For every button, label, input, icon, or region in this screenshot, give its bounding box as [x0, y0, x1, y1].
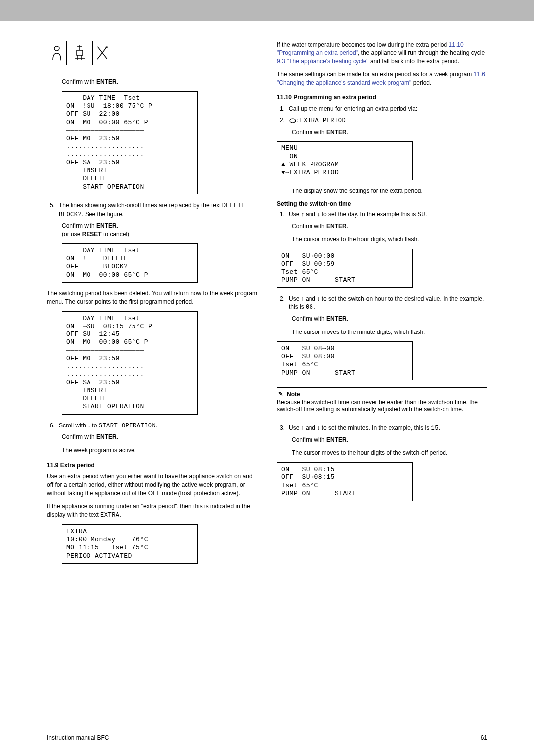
note-head: ✎ Note [277, 391, 487, 398]
header-bar [0, 0, 534, 21]
step-5: 5. The lines showing switch-on/off times… [47, 201, 257, 219]
rotate-icon [289, 118, 297, 124]
display-box-7: ON SU 08→00 OFF SU 08:00 Tset 65°C PUMP … [277, 341, 413, 380]
step-text: Call up the menu for entering an extra p… [289, 105, 487, 113]
svg-point-11 [290, 119, 296, 123]
setting-switch-on: Setting the switch-on time [277, 200, 487, 207]
left-column: 1 G Confirm with ENTER. DAY TIME Tset ON… [47, 41, 257, 570]
confirm-text-3: Confirm with ENTER. [47, 433, 257, 441]
step-text: Use ↑ and ↓ to set the minutes. In the e… [289, 424, 487, 433]
r-confirm-3: Confirm with ENTER. [277, 315, 487, 323]
svg-rect-4 [77, 50, 83, 55]
step-text: : EXTRA PERIOD [289, 116, 487, 125]
display-box-6: ON SU→00:00 OFF SU 00:59 Tset 65°C PUMP … [277, 249, 413, 288]
step-number: 1. [277, 210, 289, 219]
after-delete-text: The switching period has been deleted. Y… [47, 289, 257, 306]
step-text: Scroll with ↓ to START OPERATION. [59, 422, 257, 430]
r-confirm-1: Confirm with ENTER. [277, 128, 487, 137]
step-6: 6. Scroll with ↓ to START OPERATION. [47, 422, 257, 430]
step-text: The lines showing switch-on/off times ar… [59, 201, 257, 219]
heading-11-10: 11.10 Programming an extra period [277, 94, 487, 101]
display-box-3: DAY TIME Tset ON →SU 08:15 75°C P OFF SU… [62, 311, 198, 415]
step-number: 3. [277, 424, 289, 433]
cross-icon: G [92, 41, 112, 65]
note-icon: ✎ [277, 391, 284, 398]
step-number: 6. [47, 422, 59, 430]
sw-step-2: 2. Use ↑ and ↓ to set the switch-on hour… [277, 295, 487, 312]
cursor-min-text: The cursor moves to the minute digits, w… [277, 328, 487, 336]
heading-11-9: 11.9 Extra period [47, 462, 257, 469]
display-box-2: DAY TIME Tset ON ! DELETE OFF BLOCK? ON … [62, 243, 198, 283]
footer-left: Instruction manual BFC [47, 734, 109, 741]
p-11-9-b: If the appliance is running under an "ex… [47, 502, 257, 520]
svg-text:1: 1 [60, 58, 62, 62]
step-number: 2. [277, 116, 289, 125]
r-confirm-2: Confirm with ENTER. [277, 222, 487, 231]
right-column: If the water temperature becomes too low… [277, 41, 487, 570]
confirm-label: Confirm with [62, 78, 95, 85]
enter-label: ENTER [96, 78, 117, 85]
note-block: ✎ Note Because the switch-off time can n… [277, 387, 487, 417]
step-text: Use ↑ and ↓ to set the switch-on hour to… [289, 295, 487, 312]
footer-page-number: 61 [481, 734, 487, 741]
content-columns: 1 G Confirm with ENTER. DAY TIME Tset ON… [0, 21, 534, 585]
r-p1: If the water temperature becomes too low… [277, 41, 487, 65]
sw-step-3: 3. Use ↑ and ↓ to set the minutes. In th… [277, 424, 487, 433]
r-step-1: 1. Call up the menu for entering an extr… [277, 105, 487, 113]
valve-icon [70, 41, 89, 65]
confirm-text-1: Confirm with ENTER. [47, 78, 257, 86]
week-active-text: The week program is active. [47, 446, 257, 455]
link-9-3[interactable]: 9.3 "The appliance's heating cycle" [277, 58, 369, 65]
display-box-1: DAY TIME Tset ON !SU 18:00 75°C P OFF SU… [62, 91, 198, 194]
icon-row: 1 G [47, 41, 257, 65]
step-text: Use ↑ and ↓ to set the day. In the examp… [289, 210, 487, 219]
r-step-2: 2. : EXTRA PERIOD [277, 116, 487, 125]
svg-text:G: G [105, 46, 108, 49]
sw-step-1: 1. Use ↑ and ↓ to set the day. In the ex… [277, 210, 487, 219]
note-label: Note [287, 391, 300, 398]
confirm-text-2: Confirm with ENTER. (or use RESET to can… [47, 222, 257, 238]
display-box-4: EXTRA 10:00 Monday 76°C MO 11:15 Tset 75… [62, 524, 198, 564]
step-number: 5. [47, 201, 59, 219]
step-number: 2. [277, 295, 289, 312]
disp-show-text: The display show the settings for the ex… [277, 187, 487, 195]
display-box-8: ON SU 08:15 OFF SU→08:15 Tset 65°C PUMP … [277, 462, 413, 501]
cursor-hour-text: The cursor moves to the hour digits, whi… [277, 236, 487, 244]
svg-point-0 [54, 46, 59, 51]
display-box-5: MENU ON ▲ WEEK PROGRAM ▼→EXTRA PERIOD [277, 141, 413, 180]
note-body: Because the switch-off time can never be… [277, 399, 487, 413]
r-p2: The same settings can be made for an ext… [277, 70, 487, 87]
user-icon: 1 [47, 41, 67, 65]
step-number: 1. [277, 105, 289, 113]
cursor-off-text: The cursor moves to the hour digits of t… [277, 449, 487, 457]
p-11-9-a: Use an extra period when you either want… [47, 472, 257, 497]
page-footer: Instruction manual BFC 61 [47, 731, 487, 741]
r-confirm-4: Confirm with ENTER. [277, 436, 487, 444]
